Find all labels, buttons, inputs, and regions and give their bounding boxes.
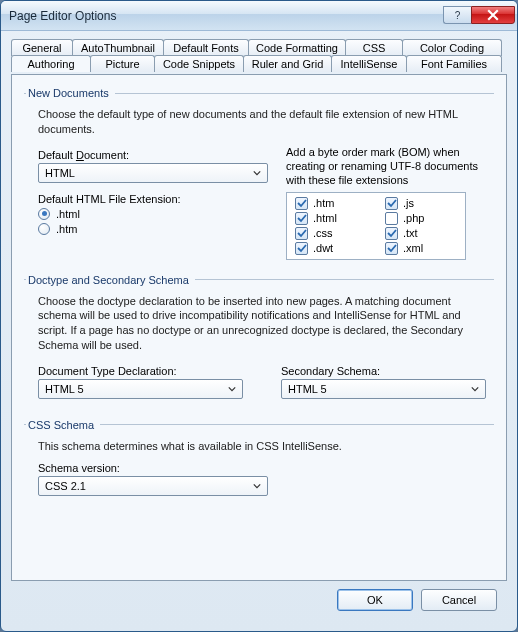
new-documents-desc: Choose the default type of new documents…	[38, 107, 492, 137]
chk-dwt[interactable]: .dwt	[295, 242, 367, 255]
tab-general[interactable]: General	[11, 39, 73, 56]
radio-ext-html[interactable]: .html	[38, 208, 268, 220]
default-document-value: HTML	[45, 167, 249, 179]
chevron-down-icon	[224, 381, 240, 397]
radio-icon	[38, 208, 50, 220]
window-buttons: ?	[443, 6, 515, 24]
checkbox-icon	[295, 242, 308, 255]
css-schema-value: CSS 2.1	[45, 480, 249, 492]
doctype-selects-row: Document Type Declaration: HTML 5 Second…	[26, 361, 492, 405]
legend-doctype: Doctype and Secondary Schema	[26, 274, 195, 286]
css-schema-select[interactable]: CSS 2.1	[38, 476, 268, 496]
ok-button[interactable]: OK	[337, 589, 413, 611]
chevron-down-icon	[249, 165, 265, 181]
window-title: Page Editor Options	[9, 9, 443, 23]
checkbox-icon	[385, 212, 398, 225]
tab-authoring[interactable]: Authoring	[11, 55, 91, 72]
chk-xml[interactable]: .xml	[385, 242, 457, 255]
tab-intellisense[interactable]: IntelliSense	[331, 55, 407, 72]
css-schema-desc: This schema determines what is available…	[38, 439, 492, 454]
title-bar[interactable]: Page Editor Options ?	[1, 1, 517, 31]
col-default-document: Default Document: HTML Default HTML File…	[26, 145, 268, 260]
group-css-schema: CSS Schema This schema determines what i…	[24, 419, 494, 502]
secondary-schema-select[interactable]: HTML 5	[281, 379, 486, 399]
default-document-select[interactable]: HTML	[38, 163, 268, 183]
checkbox-icon	[385, 197, 398, 210]
doctype-decl-select[interactable]: HTML 5	[38, 379, 243, 399]
tab-row-2: Authoring Picture Code Snippets Ruler an…	[11, 56, 507, 73]
bom-extensions-list[interactable]: .htm .js .html .php .css .txt .dwt .xml	[286, 192, 466, 260]
help-button[interactable]: ?	[443, 6, 471, 24]
dialog-footer: OK Cancel	[11, 581, 507, 621]
default-document-label: Default Document:	[38, 149, 268, 161]
group-doctype: Doctype and Secondary Schema Choose the …	[24, 274, 494, 405]
cancel-button[interactable]: Cancel	[421, 589, 497, 611]
doctype-decl-label: Document Type Declaration:	[38, 365, 249, 377]
chk-css[interactable]: .css	[295, 227, 367, 240]
checkbox-icon	[385, 227, 398, 240]
secondary-schema-value: HTML 5	[288, 383, 467, 395]
tab-strip: General AutoThumbnail Default Fonts Code…	[11, 39, 507, 73]
doctype-desc: Choose the doctype declaration to be ins…	[38, 294, 492, 353]
chk-html[interactable]: .html	[295, 212, 367, 225]
doctype-decl-value: HTML 5	[45, 383, 224, 395]
new-documents-row: Default Document: HTML Default HTML File…	[26, 145, 492, 260]
bom-desc: Add a byte order mark (BOM) when creatin…	[286, 145, 492, 188]
tab-css[interactable]: CSS	[345, 39, 403, 56]
chevron-down-icon	[249, 478, 265, 494]
chk-js[interactable]: .js	[385, 197, 457, 210]
chk-php[interactable]: .php	[385, 212, 457, 225]
chevron-down-icon	[467, 381, 483, 397]
tab-font-families[interactable]: Font Families	[406, 55, 502, 72]
checkbox-icon	[385, 242, 398, 255]
help-icon: ?	[455, 10, 461, 21]
tab-code-snippets[interactable]: Code Snippets	[154, 55, 244, 72]
radio-ext-htm[interactable]: .htm	[38, 223, 268, 235]
secondary-schema-label: Secondary Schema:	[281, 365, 492, 377]
tab-autothumbnail[interactable]: AutoThumbnail	[72, 39, 164, 56]
close-icon	[487, 9, 499, 21]
legend-new-documents: New Documents	[26, 87, 115, 99]
tab-color-coding[interactable]: Color Coding	[402, 39, 502, 56]
css-schema-label: Schema version:	[38, 462, 492, 474]
tab-code-formatting[interactable]: Code Formatting	[248, 39, 346, 56]
tab-panel-authoring: New Documents Choose the default type of…	[11, 74, 507, 581]
col-bom: Add a byte order mark (BOM) when creatin…	[286, 145, 492, 260]
dialog-body: General AutoThumbnail Default Fonts Code…	[1, 31, 517, 631]
chk-htm[interactable]: .htm	[295, 197, 367, 210]
col-doctype-decl: Document Type Declaration: HTML 5	[26, 361, 249, 405]
checkbox-icon	[295, 197, 308, 210]
tab-row-1: General AutoThumbnail Default Fonts Code…	[11, 39, 507, 56]
col-secondary-schema: Secondary Schema: HTML 5	[269, 361, 492, 405]
chk-txt[interactable]: .txt	[385, 227, 457, 240]
checkbox-icon	[295, 227, 308, 240]
checkbox-icon	[295, 212, 308, 225]
default-ext-label: Default HTML File Extension:	[38, 193, 268, 205]
tab-ruler-and-grid[interactable]: Ruler and Grid	[243, 55, 332, 72]
close-button[interactable]	[471, 6, 515, 24]
dialog-window: Page Editor Options ? General AutoThumbn…	[0, 0, 518, 632]
tab-default-fonts[interactable]: Default Fonts	[163, 39, 249, 56]
radio-icon	[38, 223, 50, 235]
legend-css-schema: CSS Schema	[26, 419, 100, 431]
group-new-documents: New Documents Choose the default type of…	[24, 87, 494, 260]
tab-picture[interactable]: Picture	[90, 55, 155, 72]
